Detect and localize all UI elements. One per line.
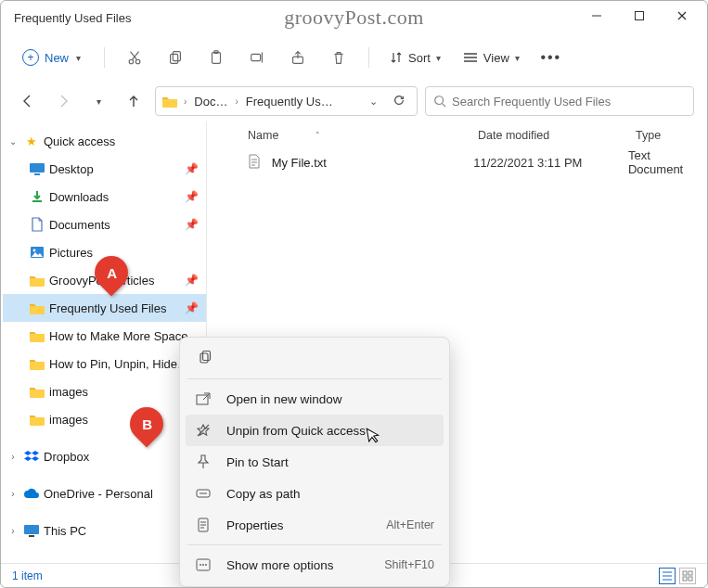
titlebar: Frequently Used Files groovyPost.com bbox=[1, 1, 707, 34]
new-label: New bbox=[45, 51, 69, 65]
column-header-name[interactable]: Name bbox=[248, 129, 278, 142]
forward-button[interactable] bbox=[49, 87, 77, 115]
svg-rect-36 bbox=[689, 577, 692, 581]
folder-icon bbox=[161, 94, 178, 109]
address-bar[interactable]: › Doc… › Frequently Us… ⌄ bbox=[155, 86, 418, 116]
minimize-button[interactable] bbox=[575, 1, 618, 31]
up-button[interactable] bbox=[120, 87, 148, 115]
recent-locations-button[interactable]: ▾ bbox=[84, 87, 112, 115]
new-button[interactable]: + New ▾ bbox=[10, 43, 93, 72]
quick-access-root[interactable]: ⌄ ★ Quick access bbox=[3, 127, 206, 155]
ctx-shortcut: Shift+F10 bbox=[384, 558, 434, 571]
svg-point-48 bbox=[200, 564, 201, 566]
pin-icon: 📌 bbox=[185, 162, 206, 175]
ctx-show-more-options[interactable]: Show more options Shift+F10 bbox=[186, 549, 444, 581]
annotation-marker-b: B bbox=[129, 407, 164, 452]
folder-icon bbox=[29, 300, 45, 316]
details-view-icon[interactable] bbox=[659, 568, 676, 584]
sidebar-item-documents[interactable]: Documents 📌 bbox=[3, 211, 206, 238]
refresh-button[interactable] bbox=[387, 94, 411, 109]
chevron-down-icon: ▾ bbox=[76, 53, 81, 63]
cut-icon[interactable] bbox=[116, 39, 153, 76]
maximize-button[interactable] bbox=[618, 1, 661, 31]
thumbnails-view-icon[interactable] bbox=[679, 568, 696, 584]
sidebar-item-dropbox[interactable]: › Dropbox bbox=[3, 442, 206, 470]
chevron-down-icon: ▾ bbox=[436, 53, 441, 63]
ctx-properties[interactable]: Properties Alt+Enter bbox=[186, 509, 444, 541]
ctx-copy-as-path[interactable]: Copy as path bbox=[186, 478, 444, 509]
chevron-right-icon: › bbox=[182, 96, 188, 107]
ctx-label: Show more options bbox=[226, 558, 369, 572]
chevron-right-icon: › bbox=[6, 452, 19, 462]
svg-point-5 bbox=[135, 59, 140, 64]
file-type: Text Document bbox=[628, 148, 707, 176]
delete-icon[interactable] bbox=[320, 39, 357, 76]
view-button[interactable]: View ▾ bbox=[454, 45, 529, 70]
chevron-down-icon[interactable]: ⌄ bbox=[364, 96, 383, 108]
sidebar-item-images-2[interactable]: images bbox=[3, 405, 206, 433]
ctx-open-new-window[interactable]: Open in new window bbox=[186, 383, 444, 415]
svg-rect-38 bbox=[203, 352, 211, 361]
svg-rect-26 bbox=[29, 535, 34, 537]
sidebar-item-this-pc[interactable]: › This PC bbox=[3, 517, 206, 544]
address-bar-row: ▾ › Doc… › Frequently Us… ⌄ bbox=[1, 81, 707, 121]
paste-icon[interactable] bbox=[198, 39, 235, 76]
column-header-type[interactable]: Type bbox=[636, 129, 661, 142]
copy-icon[interactable] bbox=[193, 345, 217, 369]
sidebar-item-images-1[interactable]: images bbox=[3, 377, 206, 405]
dropbox-icon bbox=[23, 448, 40, 465]
ctx-label: Pin to Start bbox=[226, 455, 434, 469]
marker-label: A bbox=[107, 265, 117, 281]
file-name: My File.txt bbox=[272, 156, 474, 170]
context-quick-actions bbox=[186, 343, 444, 375]
chevron-right-icon: › bbox=[6, 489, 19, 499]
more-icon[interactable]: ••• bbox=[533, 39, 570, 76]
sidebar-item-pin-unpin[interactable]: How to Pin, Unpin, Hide… bbox=[3, 350, 206, 377]
svg-rect-1 bbox=[636, 12, 644, 20]
breadcrumb-item[interactable]: Doc… bbox=[192, 95, 229, 109]
sort-button[interactable]: Sort ▾ bbox=[380, 45, 450, 70]
view-label: View bbox=[483, 51, 509, 65]
folder-icon bbox=[29, 272, 45, 288]
sidebar-item-make-space[interactable]: How to Make More Space… bbox=[3, 322, 206, 350]
svg-rect-12 bbox=[251, 54, 261, 60]
sidebar-item-desktop[interactable]: Desktop 📌 bbox=[3, 155, 206, 183]
breadcrumb-item[interactable]: Frequently Us… bbox=[244, 95, 335, 109]
window-controls bbox=[575, 1, 703, 31]
star-icon: ★ bbox=[23, 133, 40, 149]
ctx-label: Open in new window bbox=[226, 392, 434, 406]
plus-circle-icon: + bbox=[22, 49, 39, 66]
svg-rect-37 bbox=[200, 353, 208, 363]
svg-rect-34 bbox=[689, 571, 692, 575]
svg-rect-33 bbox=[683, 571, 687, 575]
more-options-icon bbox=[195, 558, 212, 571]
marker-label: B bbox=[142, 416, 152, 432]
properties-icon bbox=[195, 518, 212, 532]
svg-point-24 bbox=[33, 249, 36, 252]
sidebar-item-downloads[interactable]: Downloads 📌 bbox=[3, 183, 206, 211]
share-icon[interactable] bbox=[279, 39, 316, 76]
rename-icon[interactable] bbox=[238, 39, 276, 76]
ctx-pin-to-start[interactable]: Pin to Start bbox=[186, 446, 444, 478]
ctx-label: Properties bbox=[226, 518, 371, 532]
column-header-date[interactable]: Date modified bbox=[478, 129, 636, 142]
pin-icon: 📌 bbox=[185, 301, 206, 314]
svg-rect-21 bbox=[34, 173, 40, 175]
folder-icon bbox=[29, 411, 45, 428]
svg-rect-10 bbox=[212, 53, 221, 64]
svg-line-19 bbox=[443, 104, 446, 108]
sort-icon bbox=[390, 51, 403, 64]
copy-icon[interactable] bbox=[157, 39, 194, 76]
folder-icon bbox=[29, 383, 45, 400]
separator bbox=[187, 378, 442, 379]
close-button[interactable] bbox=[661, 1, 703, 31]
search-input[interactable] bbox=[452, 95, 686, 109]
search-box[interactable] bbox=[425, 86, 694, 116]
pin-icon bbox=[195, 454, 212, 469]
sidebar-item-onedrive[interactable]: › OneDrive - Personal bbox=[3, 479, 206, 507]
toolbar: + New ▾ Sort ▾ View ▾ ••• bbox=[1, 34, 707, 81]
file-row[interactable]: My File.txt 11/22/2021 3:11 PM Text Docu… bbox=[207, 149, 707, 175]
back-button[interactable] bbox=[14, 87, 42, 115]
ctx-shortcut: Alt+Enter bbox=[386, 518, 434, 531]
ctx-unpin-quick-access[interactable]: Unpin from Quick access bbox=[186, 415, 444, 446]
